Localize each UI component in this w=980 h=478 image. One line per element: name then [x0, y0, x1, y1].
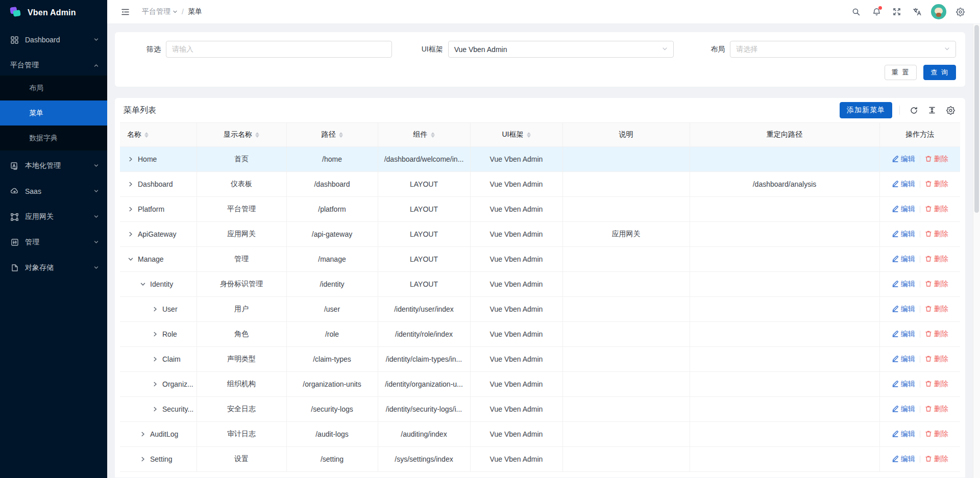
delete-button[interactable]: 删除 [925, 205, 948, 214]
cell-description [562, 447, 690, 472]
expand-row-icon[interactable] [127, 181, 134, 188]
expand-row-icon[interactable] [127, 156, 134, 163]
sidebar-item-应用网关[interactable]: 应用网关 [0, 207, 107, 227]
expand-row-icon[interactable] [139, 456, 146, 463]
expand-row-icon[interactable] [152, 331, 159, 338]
filter-keyword-input[interactable]: 请输入 [166, 41, 392, 58]
settings-gear-icon[interactable] [951, 3, 969, 20]
ui-framework-select[interactable]: Vue Vben Admin [448, 41, 674, 58]
edit-pencil-icon [892, 205, 899, 214]
cell-operations: 编辑删除 [879, 272, 960, 297]
sort-icon[interactable] [431, 132, 435, 138]
delete-button[interactable]: 删除 [925, 355, 948, 364]
breadcrumb-separator: / [182, 8, 184, 16]
operations-divider [920, 306, 920, 313]
sort-icon[interactable] [527, 132, 531, 138]
collapse-row-icon[interactable] [127, 256, 134, 263]
main-area: 平台管理 / 菜单 [107, 0, 980, 478]
cell-operations: 编辑删除 [879, 322, 960, 347]
sort-icon[interactable] [255, 132, 259, 138]
edit-button[interactable]: 编辑 [892, 405, 915, 414]
layout-select[interactable]: 请选择 [730, 41, 956, 58]
delete-button[interactable]: 删除 [925, 455, 948, 464]
fullscreen-icon[interactable] [888, 3, 905, 20]
search-icon[interactable] [847, 3, 865, 20]
sidebar-item-管理[interactable]: 管理 [0, 232, 107, 253]
delete-button[interactable]: 删除 [925, 405, 948, 414]
cell-operations: 编辑删除 [879, 347, 960, 372]
collapse-row-icon[interactable] [139, 281, 146, 288]
edit-button[interactable]: 编辑 [892, 455, 915, 464]
delete-button[interactable]: 删除 [925, 330, 948, 339]
delete-label: 删除 [934, 355, 948, 364]
delete-button[interactable]: 删除 [925, 180, 948, 189]
delete-button[interactable]: 删除 [925, 305, 948, 314]
sidebar-item-Dashboard[interactable]: Dashboard [0, 30, 107, 50]
cell-component: LAYOUT [378, 272, 470, 297]
delete-button[interactable]: 删除 [925, 380, 948, 389]
sidebar-subitem-数据字典[interactable]: 数据字典 [0, 125, 107, 150]
cell-display-name: 组织机构 [197, 372, 286, 397]
delete-button[interactable]: 删除 [925, 255, 948, 264]
delete-trash-icon [925, 430, 932, 439]
expand-row-icon[interactable] [139, 431, 146, 438]
sidebar-subitem-菜单[interactable]: 菜单 [0, 100, 107, 125]
refresh-icon[interactable] [907, 104, 920, 117]
edit-button[interactable]: 编辑 [892, 330, 915, 339]
menu-name: Setting [150, 455, 173, 463]
search-button[interactable]: 查 询 [923, 65, 956, 80]
column-settings-gear-icon[interactable] [944, 104, 957, 117]
edit-button[interactable]: 编辑 [892, 205, 915, 214]
delete-button[interactable]: 删除 [925, 155, 948, 164]
column-header-组件[interactable]: 组件 [378, 123, 470, 147]
expand-row-icon[interactable] [127, 206, 134, 213]
expand-row-icon[interactable] [152, 356, 159, 363]
expand-row-icon[interactable] [152, 406, 159, 413]
cell-redirect: /dashboard/analysis [690, 172, 879, 197]
expand-row-icon[interactable] [152, 306, 159, 313]
collapse-sidebar-icon[interactable] [116, 3, 134, 20]
sidebar-item-Saas[interactable]: Saas [0, 181, 107, 202]
sidebar-subitem-布局[interactable]: 布局 [0, 76, 107, 100]
edit-button[interactable]: 编辑 [892, 230, 915, 239]
expand-row-icon[interactable] [152, 381, 159, 388]
page-scrollbar[interactable] [973, 24, 980, 478]
breadcrumb-group[interactable]: 平台管理 [142, 7, 178, 16]
sidebar-item-label: 应用网关 [25, 212, 93, 221]
column-header-名称[interactable]: 名称 [120, 123, 197, 147]
edit-button[interactable]: 编辑 [892, 180, 915, 189]
translate-icon[interactable] [909, 3, 926, 20]
cell-operations: 编辑删除 [879, 222, 960, 247]
delete-button[interactable]: 删除 [925, 430, 948, 439]
edit-button[interactable]: 编辑 [892, 155, 915, 164]
delete-button[interactable]: 删除 [925, 280, 948, 289]
column-header-路径[interactable]: 路径 [286, 123, 378, 147]
cell-path: /identity [286, 272, 378, 297]
row-height-icon[interactable] [925, 104, 939, 117]
vben-logo-icon [9, 6, 22, 20]
reset-button[interactable]: 重 置 [885, 65, 917, 80]
column-header-显示名称[interactable]: 显示名称 [197, 123, 286, 147]
edit-button[interactable]: 编辑 [892, 280, 915, 289]
notification-bell-icon[interactable] [868, 3, 885, 20]
sidebar-item-平台管理[interactable]: 平台管理 [0, 55, 107, 76]
edit-button[interactable]: 编辑 [892, 430, 915, 439]
app-logo[interactable]: Vben Admin [0, 0, 107, 26]
sidebar-item-本地化管理[interactable]: 本地化管理 [0, 156, 107, 176]
column-header-UI框架[interactable]: UI框架 [470, 123, 562, 147]
sort-icon[interactable] [339, 132, 343, 138]
delete-button[interactable]: 删除 [925, 230, 948, 239]
delete-label: 删除 [934, 305, 948, 314]
edit-button[interactable]: 编辑 [892, 355, 915, 364]
add-menu-button[interactable]: 添加新菜单 [840, 102, 892, 118]
expand-row-icon[interactable] [127, 231, 134, 238]
edit-button[interactable]: 编辑 [892, 380, 915, 389]
avatar[interactable] [931, 4, 946, 19]
column-header-说明: 说明 [562, 123, 690, 147]
scrollbar-thumb[interactable] [974, 25, 979, 213]
edit-button[interactable]: 编辑 [892, 255, 915, 264]
sort-icon[interactable] [144, 132, 149, 138]
edit-button[interactable]: 编辑 [892, 305, 915, 314]
sidebar-item-对象存储[interactable]: 对象存储 [0, 258, 107, 278]
menu-name: Claim [162, 355, 181, 363]
